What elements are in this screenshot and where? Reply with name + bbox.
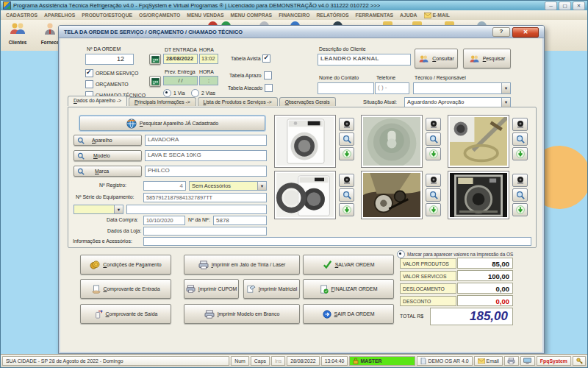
hora-entrada-field[interactable]: 13:02: [199, 54, 218, 64]
checkbox-ordem-servico[interactable]: ORDEM SERVIÇO: [85, 69, 138, 77]
desconto-value[interactable]: 0,00: [457, 295, 513, 306]
menu-os-orcamento[interactable]: OS/ORÇAMENTO: [139, 13, 180, 18]
photo-washer-open-door[interactable]: [274, 171, 336, 219]
zoom-photo-button[interactable]: [512, 188, 528, 202]
nf-field[interactable]: 5878: [213, 216, 267, 225]
valor-produtos-value[interactable]: 85,00: [457, 258, 513, 269]
green-arrow-icon: [429, 205, 438, 214]
menu-produto-estoque[interactable]: PRODUTO/ESTOQUE: [82, 13, 132, 18]
tab-observacoes-gerais[interactable]: Observações Gerais: [279, 97, 336, 106]
maximize-button[interactable]: ▢: [559, 1, 571, 10]
status-monitor[interactable]: [520, 356, 535, 366]
zoom-photo-button[interactable]: [512, 132, 528, 146]
import-photo-button[interactable]: [426, 203, 441, 216]
checkbox-tabela-atacado[interactable]: Tabela Atacado: [228, 84, 273, 92]
consultar-button[interactable]: Consultar: [415, 49, 458, 68]
comprovante-saida-button[interactable]: Comprovante de Saída: [80, 304, 171, 324]
tab-dados-aparelho[interactable]: Dados do Aparelho ->: [68, 96, 127, 106]
capture-photo-button[interactable]: [512, 174, 528, 187]
capture-photo-button[interactable]: [339, 174, 354, 187]
order-no-field[interactable]: 12: [85, 54, 134, 65]
capture-photo-button[interactable]: [512, 118, 528, 131]
zoom-photo-button[interactable]: [339, 132, 354, 146]
toolbar-clientes[interactable]: Clientes: [2, 22, 33, 45]
import-photo-button[interactable]: [339, 203, 354, 216]
zoom-photo-button[interactable]: [339, 188, 354, 202]
marca-field[interactable]: PHILCO: [145, 166, 267, 177]
status-printer[interactable]: [504, 356, 519, 366]
menu-vendas[interactable]: MENU VENDAS: [187, 13, 223, 18]
imprimir-branco-button[interactable]: Imprimir Modelo em Branco: [184, 304, 300, 324]
minimize-button[interactable]: ─: [545, 1, 557, 10]
dialog-close-button[interactable]: ✕: [512, 27, 539, 38]
checkbox-tabela-avista[interactable]: Tabela Avista: [231, 54, 270, 63]
prev-entrega-label: Prev. Entrega: [165, 69, 196, 74]
serie-field[interactable]: 58579121879841327897TT: [143, 193, 267, 202]
tab-lista-produtos-servicos[interactable]: Lista de Produtos e Serviços ->: [198, 97, 278, 106]
calendar-prev-button[interactable]: [149, 76, 161, 87]
import-photo-button[interactable]: [339, 147, 354, 160]
menu-aparelhos[interactable]: APARELHOS: [44, 13, 75, 18]
cliente-field[interactable]: LEANDRO KARNAL: [318, 54, 411, 66]
pesquisar-aparelho-button[interactable]: Pesquisar Aparelho JÁ Cadastrado: [79, 116, 265, 131]
dt-entrada-field[interactable]: 28/08/2022: [163, 54, 198, 64]
marca-button[interactable]: Marca: [74, 166, 142, 177]
menu-financeiro[interactable]: FINANCEIRO: [279, 13, 309, 18]
registro-field[interactable]: 4: [143, 181, 186, 191]
aparelho-button[interactable]: Aparelho: [74, 135, 142, 146]
photo-washer-back-open[interactable]: [448, 171, 509, 219]
modelo-field[interactable]: LAVA E SECA 10KG: [145, 150, 267, 161]
photo-repair-scene[interactable]: [448, 115, 509, 168]
deslocamento-value[interactable]: 0,00: [457, 283, 513, 294]
menu-relatorios[interactable]: RELATÓRIOS: [316, 13, 348, 18]
import-photo-button[interactable]: [426, 147, 441, 160]
extra-select[interactable]: ▼: [74, 205, 123, 214]
import-photo-button[interactable]: [512, 147, 528, 160]
zoom-photo-button[interactable]: [426, 188, 441, 202]
menu-cadastros[interactable]: CADASTROS: [6, 13, 37, 18]
photo-mechanism[interactable]: [361, 171, 423, 219]
close-button[interactable]: ✕: [573, 1, 585, 10]
prev-entrega-field[interactable]: / /: [163, 76, 198, 85]
capture-photo-button[interactable]: [426, 174, 441, 187]
zoom-photo-button[interactable]: [426, 132, 441, 146]
sair-ordem-button[interactable]: SAIR DA ORDEM: [303, 304, 394, 324]
extra-field[interactable]: [126, 205, 267, 214]
menu-compras[interactable]: MENU COMPRAS: [230, 13, 272, 18]
info-field[interactable]: [143, 237, 531, 246]
checkbox-tabela-aprazo[interactable]: Tabela Aprazo: [229, 71, 272, 79]
calendar-entrada-button[interactable]: [149, 54, 161, 65]
menu-ajuda[interactable]: AJUDA: [400, 13, 417, 18]
capture-photo-button[interactable]: [426, 118, 441, 131]
comprovante-entrada-button[interactable]: Comprovante de Entrada: [80, 279, 171, 299]
tecnico-select[interactable]: ▼: [413, 82, 511, 94]
telefone-field[interactable]: ( ) -: [375, 82, 409, 94]
menu-ferramentas[interactable]: FERRAMENTAS: [356, 13, 394, 18]
imprimir-matricial-button[interactable]: Imprimir Matricial: [243, 279, 300, 299]
finalizar-ordem-button[interactable]: FINALIZAR ORDEM: [303, 279, 394, 299]
valor-servicos-value[interactable]: 100,00: [457, 270, 513, 281]
status-email[interactable]: Email: [474, 356, 503, 366]
capture-photo-button[interactable]: [339, 118, 354, 131]
imprimir-jato-button[interactable]: Imprimir em Jato de Tinta / Laser: [184, 255, 300, 275]
prev-hora-field[interactable]: :: [199, 76, 218, 85]
checkbox-orcamento[interactable]: ORÇAMENTO: [85, 80, 129, 88]
pesquisar-button[interactable]: Pesquisar: [463, 49, 511, 68]
loja-field[interactable]: [143, 227, 267, 236]
data-compra-field[interactable]: 10/10/2020: [143, 216, 185, 225]
imprimir-cupom-button[interactable]: Imprimir CUPOM: [184, 279, 239, 299]
acessorios-select[interactable]: Sem Acessórios▼: [189, 181, 267, 191]
salvar-ordem-button[interactable]: SALVAR ORDEM: [303, 255, 394, 275]
import-photo-button[interactable]: [512, 203, 528, 216]
photo-washer-front[interactable]: [274, 115, 336, 168]
modelo-button[interactable]: Modelo: [74, 150, 142, 161]
status-key[interactable]: [573, 356, 586, 366]
contato-field[interactable]: [318, 82, 374, 94]
tab-principais-informacoes[interactable]: Principais Informações ->: [129, 97, 196, 106]
aparelho-field[interactable]: LAVADORA: [145, 135, 267, 146]
menu-email[interactable]: E-MAIL: [424, 13, 450, 18]
photo-drum-interior[interactable]: [361, 115, 423, 168]
dialog-help-button[interactable]: ?: [492, 27, 510, 37]
condicoes-pagamento-button[interactable]: Condições de Pagamento: [80, 255, 171, 275]
situacao-select[interactable]: Aguardando Aprovação▼: [404, 97, 511, 107]
